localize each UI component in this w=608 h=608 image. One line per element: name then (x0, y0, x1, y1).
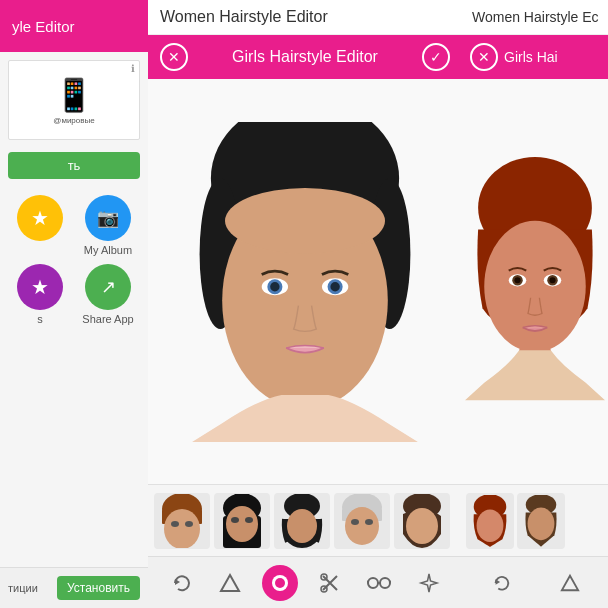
effects-button[interactable] (411, 565, 447, 601)
svg-point-48 (514, 277, 520, 283)
glasses-button[interactable] (361, 565, 397, 601)
purple-icon-symbol: ★ (31, 275, 49, 299)
ad-action-button[interactable]: ть (8, 152, 140, 179)
hairstyle-thumb-3[interactable] (274, 493, 330, 549)
right-toolbar-title: Girls Hai (504, 49, 558, 65)
icon-circle-purple[interactable]: ★ (17, 264, 63, 310)
icon-item-yellow: ★ (10, 195, 70, 256)
svg-point-27 (345, 507, 379, 545)
hairstyle-thumb-5[interactable] (394, 493, 450, 549)
hair-thumb-svg-4 (337, 494, 387, 548)
yellow-icon-symbol: ★ (31, 206, 49, 230)
purple-label: s (37, 313, 43, 325)
bottom-install-bar: тиции Установить (0, 567, 148, 608)
triangle-icon (219, 572, 241, 594)
right-bottom-toolbar (462, 556, 608, 608)
ad-text: @мировые (53, 116, 94, 125)
right-header: Women Hairstyle Ec (462, 0, 608, 35)
svg-marker-56 (495, 579, 500, 584)
svg-point-17 (185, 521, 193, 527)
icon-item-album[interactable]: 📷 My Album (78, 195, 138, 256)
right-undo-button[interactable] (486, 568, 516, 598)
hair-thumb-svg-1 (157, 494, 207, 548)
svg-point-29 (365, 519, 373, 525)
svg-line-41 (367, 581, 368, 583)
cut-button[interactable] (312, 565, 348, 601)
bottom-toolbar (148, 556, 462, 608)
toolbar-check-button[interactable]: ✓ (422, 43, 450, 71)
app-title: Women Hairstyle Editor (160, 8, 328, 25)
right-hair-thumb-2 (519, 495, 563, 547)
sparkle-icon (418, 572, 440, 594)
svg-point-31 (406, 508, 438, 544)
right-close-icon: ✕ (478, 49, 490, 65)
svg-point-51 (549, 277, 555, 283)
adjust-button[interactable] (212, 565, 248, 601)
svg-point-28 (351, 519, 359, 525)
check-icon: ✓ (430, 49, 442, 65)
middle-panel: Women Hairstyle Editor ✕ Girls Hairstyle… (148, 0, 462, 608)
hairstyle-thumb-2[interactable] (214, 493, 270, 549)
icons-grid: ★ 📷 My Album ★ s ↗ Share App (0, 183, 148, 337)
right-triangle-icon (560, 573, 580, 593)
svg-line-42 (390, 581, 391, 583)
right-panel: Women Hairstyle Ec ✕ Girls Hai (462, 0, 608, 608)
right-hairstyle-thumb-2[interactable] (517, 493, 565, 549)
icon-item-share[interactable]: ↗ Share App (78, 264, 138, 325)
left-header: yle Editor (0, 0, 148, 52)
icon-circle-blue[interactable]: 📷 (85, 195, 131, 241)
close-icon: ✕ (168, 49, 180, 65)
share-label: Share App (82, 313, 133, 325)
scissors-icon (319, 572, 341, 594)
hair-thumb-svg-5 (397, 494, 447, 548)
ad-info-icon: ℹ (131, 63, 135, 74)
app-header: Women Hairstyle Editor (148, 0, 462, 35)
svg-point-35 (275, 578, 285, 588)
svg-marker-33 (221, 575, 239, 591)
svg-point-21 (231, 517, 239, 523)
toolbar-close-button[interactable]: ✕ (160, 43, 188, 71)
svg-point-38 (368, 578, 378, 588)
svg-point-39 (380, 578, 390, 588)
right-face-container (462, 79, 608, 484)
right-adjust-button[interactable] (555, 568, 585, 598)
svg-point-44 (484, 220, 586, 351)
ad-phone-icon: 📱 (54, 76, 94, 114)
svg-point-55 (528, 507, 555, 540)
ad-banner: ℹ 📱 @мировые (8, 60, 140, 140)
icon-circle-yellow[interactable]: ★ (17, 195, 63, 241)
hair-thumb-svg-2 (217, 494, 267, 548)
svg-point-22 (245, 517, 253, 523)
svg-point-53 (477, 509, 504, 542)
right-hairstyle-thumb-1[interactable] (466, 493, 514, 549)
svg-marker-32 (175, 579, 180, 585)
hairstyle-bar (148, 484, 462, 556)
undo-button[interactable] (163, 565, 199, 601)
left-panel: yle Editor ℹ 📱 @мировые ть ★ 📷 My Album … (0, 0, 148, 608)
svg-point-16 (171, 521, 179, 527)
color-icon (270, 573, 290, 593)
right-pink-toolbar: ✕ Girls Hai (462, 35, 608, 79)
undo-icon (170, 572, 192, 594)
hairstyle-thumb-1[interactable] (154, 493, 210, 549)
svg-point-12 (330, 282, 339, 291)
install-button[interactable]: Установить (57, 576, 140, 600)
right-face-svg (465, 147, 605, 417)
svg-point-9 (270, 282, 279, 291)
icon-item-purple: ★ s (10, 264, 70, 325)
toolbar-title: Girls Hairstyle Editor (196, 48, 414, 66)
face-container (148, 79, 462, 484)
hair-thumb-svg-3 (277, 494, 327, 548)
svg-point-6 (225, 187, 385, 253)
icon-circle-green[interactable]: ↗ (85, 264, 131, 310)
album-label: My Album (84, 244, 132, 256)
pink-toolbar: ✕ Girls Hairstyle Editor ✓ (148, 35, 462, 79)
color-button[interactable] (262, 565, 298, 601)
glasses-icon (367, 575, 391, 591)
right-hair-thumb-1 (468, 495, 512, 547)
hairstyle-thumb-4[interactable] (334, 493, 390, 549)
right-hairstyle-bar (462, 484, 608, 556)
left-header-text: yle Editor (12, 18, 75, 35)
camera-icon: 📷 (97, 207, 119, 229)
right-close-button[interactable]: ✕ (470, 43, 498, 71)
